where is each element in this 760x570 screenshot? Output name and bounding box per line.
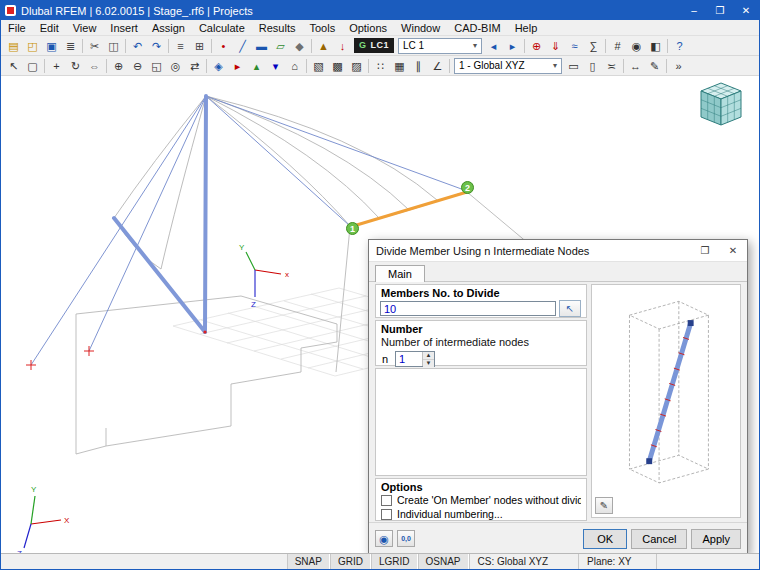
isometric-view-icon[interactable]: ◈	[209, 57, 228, 74]
ok-button[interactable]: OK	[583, 529, 627, 549]
menu-item-options[interactable]: Options	[342, 20, 394, 35]
dialog-title-bar[interactable]: Divide Member Using n Intermediate Nodes…	[369, 240, 747, 262]
solid-icon[interactable]: ◆	[290, 37, 309, 54]
zoom-out-icon[interactable]: ⊖	[128, 57, 147, 74]
copy-icon[interactable]: ◫	[104, 37, 123, 54]
mesh-icon[interactable]: #	[608, 37, 627, 54]
surface-icon[interactable]: ▱	[271, 37, 290, 54]
undo-icon[interactable]: ↶	[128, 37, 147, 54]
move-copy-icon[interactable]: +	[47, 57, 66, 74]
menu-item-view[interactable]: View	[66, 20, 104, 35]
dialog-maximize-button[interactable]: ❐	[691, 240, 719, 261]
snap-toggle-icon[interactable]: ∷	[371, 57, 390, 74]
on-member-checkbox[interactable]	[381, 495, 392, 506]
preview-settings-button[interactable]: ✎	[595, 497, 613, 514]
cut-icon[interactable]: ✂	[85, 37, 104, 54]
redo-icon[interactable]: ↷	[147, 37, 166, 54]
node-icon[interactable]: •	[214, 37, 233, 54]
line-icon[interactable]: ╱	[233, 37, 252, 54]
pan-icon[interactable]: ⇄	[185, 57, 204, 74]
show-loads-icon[interactable]: ⇓	[546, 37, 565, 54]
new-load-case-icon[interactable]: ⊕	[527, 37, 546, 54]
minimize-button[interactable]: –	[681, 1, 707, 20]
mirror-icon[interactable]: ⇔	[85, 57, 104, 74]
comment-icon[interactable]: ✎	[645, 57, 664, 74]
menu-item-calculate[interactable]: Calculate	[192, 20, 252, 35]
dimension-icon[interactable]: ↔	[626, 57, 645, 74]
load-icon[interactable]: ↓	[333, 37, 352, 54]
clipping-plane-icon[interactable]: ◧	[646, 37, 665, 54]
close-button[interactable]: ✕	[733, 1, 759, 20]
support-icon[interactable]: ▲	[314, 37, 333, 54]
node-badge-2[interactable]: 2	[461, 181, 474, 194]
menu-item-file[interactable]: File	[1, 20, 33, 35]
plane-offset-icon[interactable]: ≍	[602, 57, 621, 74]
menu-item-window[interactable]: Window	[394, 20, 447, 35]
zoom-all-icon[interactable]: ◎	[166, 57, 185, 74]
guidelines-icon[interactable]: ∥	[409, 57, 428, 74]
member-icon[interactable]: ▬	[252, 37, 271, 54]
tab-main[interactable]: Main	[375, 265, 425, 282]
rotate-icon[interactable]: ↻	[66, 57, 85, 74]
n-input[interactable]	[396, 352, 422, 366]
menu-item-tools[interactable]: Tools	[302, 20, 342, 35]
individual-numbering-checkbox[interactable]	[381, 509, 392, 520]
transparent-display-icon[interactable]: ▨	[347, 57, 366, 74]
next-load-case-icon[interactable]: ▸	[503, 37, 522, 54]
perspective-view-icon[interactable]: ⌂	[285, 57, 304, 74]
spin-down-icon[interactable]: ▼	[423, 360, 434, 367]
tables-icon[interactable]: ⊞	[190, 37, 209, 54]
help-icon[interactable]: ?	[670, 37, 689, 54]
navigation-cube[interactable]	[691, 79, 747, 133]
dialog-close-button[interactable]: ✕	[719, 240, 747, 261]
cancel-button[interactable]: Cancel	[631, 529, 687, 549]
menu-item-cad-bim[interactable]: CAD-BIM	[447, 20, 507, 35]
select-window-icon[interactable]: ▢	[23, 57, 42, 74]
members-input[interactable]	[380, 301, 556, 316]
view-y-icon[interactable]: ▴	[247, 57, 266, 74]
dialog-tab-strip: Main	[369, 262, 747, 282]
menu-item-help[interactable]: Help	[508, 20, 545, 35]
save-icon[interactable]: ▣	[42, 37, 61, 54]
project-navigator-icon[interactable]: ≡	[171, 37, 190, 54]
toolbar-overflow-icon[interactable]: »	[669, 57, 688, 74]
visibility-icon[interactable]: ◉	[627, 37, 646, 54]
open-model-icon[interactable]: ◰	[23, 37, 42, 54]
n-spinner[interactable]: ▲ ▼	[395, 351, 435, 367]
zoom-window-icon[interactable]: ◱	[147, 57, 166, 74]
view-z-icon[interactable]: ▾	[266, 57, 285, 74]
calculate-all-icon[interactable]: ∑	[584, 37, 603, 54]
wireframe-display-icon[interactable]: ▧	[309, 57, 328, 74]
print-icon[interactable]: ≣	[61, 37, 80, 54]
select-arrow-icon[interactable]: ↖	[4, 57, 23, 74]
workplane-yz-icon[interactable]: ▯	[583, 57, 602, 74]
node-badge-1[interactable]: 1	[346, 222, 359, 235]
angle-snap-icon[interactable]: ∠	[428, 57, 447, 74]
view-x-icon[interactable]: ▸	[228, 57, 247, 74]
new-model-icon[interactable]: ▤	[4, 37, 23, 54]
shaded-display-icon[interactable]: ▩	[328, 57, 347, 74]
grid-toggle-icon[interactable]: ▦	[390, 57, 409, 74]
coordinate-system-combobox[interactable]: 1 - Global XYZ ▾	[454, 58, 562, 74]
units-button[interactable]: 0,0	[397, 530, 415, 547]
checkbox-row-on-member[interactable]: Create 'On Member' nodes without dividin…	[376, 493, 586, 507]
menu-item-results[interactable]: Results	[252, 20, 303, 35]
show-results-icon[interactable]: ≈	[565, 37, 584, 54]
maximize-button[interactable]: ❐	[707, 1, 733, 20]
status-toggle-snap[interactable]: SNAP	[287, 554, 330, 569]
apply-button[interactable]: Apply	[691, 529, 741, 549]
workplane-xy-icon[interactable]: ▭	[564, 57, 583, 74]
menu-item-assign[interactable]: Assign	[145, 20, 192, 35]
status-toggle-osnap[interactable]: OSNAP	[418, 554, 469, 569]
spin-up-icon[interactable]: ▲	[423, 352, 434, 360]
details-button[interactable]: ◉	[375, 530, 393, 547]
pick-members-button[interactable]: ↖	[559, 300, 581, 317]
checkbox-row-individual-numbering[interactable]: Individual numbering...	[376, 507, 586, 521]
load-case-combobox[interactable]: LC 1 ▾	[398, 38, 482, 54]
status-toggle-grid[interactable]: GRID	[330, 554, 371, 569]
menu-item-edit[interactable]: Edit	[33, 20, 66, 35]
status-toggle-lgrid[interactable]: LGRID	[371, 554, 418, 569]
previous-load-case-icon[interactable]: ◂	[484, 37, 503, 54]
menu-item-insert[interactable]: Insert	[103, 20, 145, 35]
zoom-in-icon[interactable]: ⊕	[109, 57, 128, 74]
